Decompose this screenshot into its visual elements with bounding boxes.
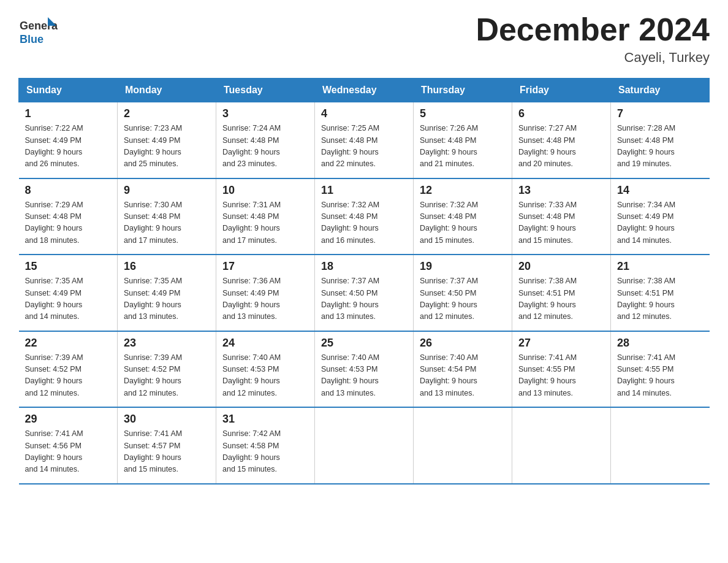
calendar-cell: 3 Sunrise: 7:24 AM Sunset: 4:48 PM Dayli… bbox=[216, 102, 315, 178]
calendar-cell: 10 Sunrise: 7:31 AM Sunset: 4:48 PM Dayl… bbox=[216, 178, 315, 255]
day-info: Sunrise: 7:23 AM Sunset: 4:49 PM Dayligh… bbox=[124, 123, 210, 170]
day-number: 31 bbox=[222, 413, 308, 426]
calendar-cell: 24 Sunrise: 7:40 AM Sunset: 4:53 PM Dayl… bbox=[216, 331, 315, 408]
day-number: 6 bbox=[518, 107, 604, 120]
calendar-week-5: 29 Sunrise: 7:41 AM Sunset: 4:56 PM Dayl… bbox=[19, 407, 710, 484]
day-number: 18 bbox=[321, 260, 407, 273]
weekday-header-thursday: Thursday bbox=[414, 79, 512, 102]
calendar-cell: 20 Sunrise: 7:38 AM Sunset: 4:51 PM Dayl… bbox=[512, 255, 611, 331]
calendar-cell: 21 Sunrise: 7:38 AM Sunset: 4:51 PM Dayl… bbox=[611, 255, 710, 331]
weekday-header-friday: Friday bbox=[512, 79, 611, 102]
day-number: 29 bbox=[25, 413, 112, 426]
calendar-cell: 8 Sunrise: 7:29 AM Sunset: 4:48 PM Dayli… bbox=[19, 178, 118, 255]
calendar-cell: 5 Sunrise: 7:26 AM Sunset: 4:48 PM Dayli… bbox=[414, 102, 512, 178]
calendar-cell: 6 Sunrise: 7:27 AM Sunset: 4:48 PM Dayli… bbox=[512, 102, 611, 178]
day-info: Sunrise: 7:40 AM Sunset: 4:53 PM Dayligh… bbox=[321, 352, 407, 400]
day-info: Sunrise: 7:41 AM Sunset: 4:56 PM Dayligh… bbox=[25, 428, 112, 476]
day-number: 26 bbox=[420, 337, 506, 350]
calendar-cell: 26 Sunrise: 7:40 AM Sunset: 4:54 PM Dayl… bbox=[414, 331, 512, 408]
calendar-cell: 9 Sunrise: 7:30 AM Sunset: 4:48 PM Dayli… bbox=[118, 178, 216, 255]
day-info: Sunrise: 7:39 AM Sunset: 4:52 PM Dayligh… bbox=[124, 352, 210, 400]
svg-text:Blue: Blue bbox=[20, 33, 44, 45]
day-info: Sunrise: 7:22 AM Sunset: 4:49 PM Dayligh… bbox=[25, 123, 112, 170]
calendar-cell: 29 Sunrise: 7:41 AM Sunset: 4:56 PM Dayl… bbox=[19, 407, 118, 484]
day-info: Sunrise: 7:35 AM Sunset: 4:49 PM Dayligh… bbox=[25, 275, 112, 323]
calendar-cell: 4 Sunrise: 7:25 AM Sunset: 4:48 PM Dayli… bbox=[315, 102, 414, 178]
calendar-week-1: 1 Sunrise: 7:22 AM Sunset: 4:49 PM Dayli… bbox=[19, 102, 710, 178]
day-number: 13 bbox=[518, 184, 604, 197]
calendar-cell: 18 Sunrise: 7:37 AM Sunset: 4:50 PM Dayl… bbox=[315, 255, 414, 331]
day-number: 16 bbox=[124, 260, 210, 273]
day-number: 17 bbox=[222, 260, 308, 273]
month-title: December 2024 bbox=[476, 12, 710, 47]
calendar-cell: 12 Sunrise: 7:32 AM Sunset: 4:48 PM Dayl… bbox=[414, 178, 512, 255]
location-subtitle: Cayeli, Turkey bbox=[476, 50, 710, 66]
calendar-week-4: 22 Sunrise: 7:39 AM Sunset: 4:52 PM Dayl… bbox=[19, 331, 710, 408]
day-info: Sunrise: 7:25 AM Sunset: 4:48 PM Dayligh… bbox=[321, 123, 407, 170]
day-number: 9 bbox=[124, 184, 210, 197]
day-info: Sunrise: 7:34 AM Sunset: 4:49 PM Dayligh… bbox=[617, 199, 703, 247]
day-number: 23 bbox=[124, 337, 210, 350]
day-info: Sunrise: 7:30 AM Sunset: 4:48 PM Dayligh… bbox=[124, 199, 210, 247]
day-number: 24 bbox=[222, 337, 308, 350]
day-number: 25 bbox=[321, 337, 407, 350]
day-info: Sunrise: 7:24 AM Sunset: 4:48 PM Dayligh… bbox=[222, 123, 308, 170]
day-number: 19 bbox=[420, 260, 506, 273]
day-number: 10 bbox=[222, 184, 308, 197]
calendar-cell: 1 Sunrise: 7:22 AM Sunset: 4:49 PM Dayli… bbox=[19, 102, 118, 178]
calendar-table: SundayMondayTuesdayWednesdayThursdayFrid… bbox=[18, 78, 710, 484]
day-info: Sunrise: 7:42 AM Sunset: 4:58 PM Dayligh… bbox=[222, 428, 308, 476]
weekday-header-saturday: Saturday bbox=[611, 79, 710, 102]
day-info: Sunrise: 7:28 AM Sunset: 4:48 PM Dayligh… bbox=[617, 123, 703, 170]
day-number: 3 bbox=[222, 107, 308, 120]
weekday-header-tuesday: Tuesday bbox=[216, 79, 315, 102]
calendar-cell: 16 Sunrise: 7:35 AM Sunset: 4:49 PM Dayl… bbox=[118, 255, 216, 331]
calendar-cell bbox=[611, 407, 710, 484]
calendar-cell: 14 Sunrise: 7:34 AM Sunset: 4:49 PM Dayl… bbox=[611, 178, 710, 255]
page-header: General Blue December 2024 Cayeli, Turke… bbox=[18, 12, 710, 66]
day-info: Sunrise: 7:41 AM Sunset: 4:55 PM Dayligh… bbox=[617, 352, 703, 400]
calendar-cell: 23 Sunrise: 7:39 AM Sunset: 4:52 PM Dayl… bbox=[118, 331, 216, 408]
day-number: 22 bbox=[25, 337, 112, 350]
day-number: 27 bbox=[518, 337, 604, 350]
weekday-header-row: SundayMondayTuesdayWednesdayThursdayFrid… bbox=[19, 79, 710, 102]
day-number: 8 bbox=[25, 184, 112, 197]
day-info: Sunrise: 7:37 AM Sunset: 4:50 PM Dayligh… bbox=[420, 275, 506, 323]
calendar-cell bbox=[414, 407, 512, 484]
calendar-cell: 2 Sunrise: 7:23 AM Sunset: 4:49 PM Dayli… bbox=[118, 102, 216, 178]
day-info: Sunrise: 7:32 AM Sunset: 4:48 PM Dayligh… bbox=[420, 199, 506, 247]
calendar-cell: 30 Sunrise: 7:41 AM Sunset: 4:57 PM Dayl… bbox=[118, 407, 216, 484]
calendar-cell bbox=[315, 407, 414, 484]
calendar-cell: 13 Sunrise: 7:33 AM Sunset: 4:48 PM Dayl… bbox=[512, 178, 611, 255]
day-info: Sunrise: 7:29 AM Sunset: 4:48 PM Dayligh… bbox=[25, 199, 112, 247]
logo: General Blue bbox=[18, 12, 58, 52]
day-info: Sunrise: 7:33 AM Sunset: 4:48 PM Dayligh… bbox=[518, 199, 604, 247]
day-number: 28 bbox=[617, 337, 703, 350]
day-info: Sunrise: 7:27 AM Sunset: 4:48 PM Dayligh… bbox=[518, 123, 604, 170]
calendar-cell: 28 Sunrise: 7:41 AM Sunset: 4:55 PM Dayl… bbox=[611, 331, 710, 408]
day-number: 1 bbox=[25, 107, 112, 120]
calendar-cell: 19 Sunrise: 7:37 AM Sunset: 4:50 PM Dayl… bbox=[414, 255, 512, 331]
day-info: Sunrise: 7:31 AM Sunset: 4:48 PM Dayligh… bbox=[222, 199, 308, 247]
weekday-header-wednesday: Wednesday bbox=[315, 79, 414, 102]
weekday-header-sunday: Sunday bbox=[19, 79, 118, 102]
day-number: 5 bbox=[420, 107, 506, 120]
day-number: 12 bbox=[420, 184, 506, 197]
day-info: Sunrise: 7:35 AM Sunset: 4:49 PM Dayligh… bbox=[124, 275, 210, 323]
calendar-cell: 15 Sunrise: 7:35 AM Sunset: 4:49 PM Dayl… bbox=[19, 255, 118, 331]
day-number: 11 bbox=[321, 184, 407, 197]
day-number: 15 bbox=[25, 260, 112, 273]
day-info: Sunrise: 7:40 AM Sunset: 4:54 PM Dayligh… bbox=[420, 352, 506, 400]
calendar-cell: 22 Sunrise: 7:39 AM Sunset: 4:52 PM Dayl… bbox=[19, 331, 118, 408]
day-info: Sunrise: 7:41 AM Sunset: 4:55 PM Dayligh… bbox=[518, 352, 604, 400]
day-number: 30 bbox=[124, 413, 210, 426]
calendar-cell: 27 Sunrise: 7:41 AM Sunset: 4:55 PM Dayl… bbox=[512, 331, 611, 408]
day-number: 7 bbox=[617, 107, 703, 120]
calendar-week-3: 15 Sunrise: 7:35 AM Sunset: 4:49 PM Dayl… bbox=[19, 255, 710, 331]
day-info: Sunrise: 7:36 AM Sunset: 4:49 PM Dayligh… bbox=[222, 275, 308, 323]
weekday-header-monday: Monday bbox=[118, 79, 216, 102]
day-info: Sunrise: 7:37 AM Sunset: 4:50 PM Dayligh… bbox=[321, 275, 407, 323]
calendar-cell: 11 Sunrise: 7:32 AM Sunset: 4:48 PM Dayl… bbox=[315, 178, 414, 255]
logo-icon: General Blue bbox=[18, 12, 58, 52]
calendar-cell: 7 Sunrise: 7:28 AM Sunset: 4:48 PM Dayli… bbox=[611, 102, 710, 178]
